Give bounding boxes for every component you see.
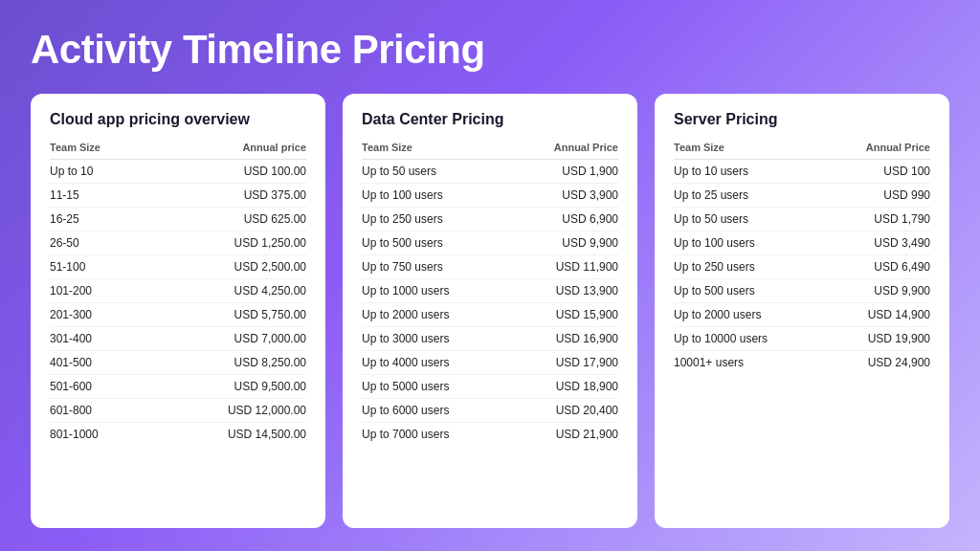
cards-row: Cloud app pricing overview Team Size Ann… — [31, 94, 949, 528]
size-cell: 401-500 — [50, 351, 150, 375]
size-cell: Up to 6000 users — [362, 399, 509, 423]
price-cell: USD 100 — [826, 160, 930, 184]
table-row: Up to 500 usersUSD 9,900 — [362, 231, 618, 255]
price-cell: USD 24,900 — [826, 351, 930, 375]
table-row: Up to 10 usersUSD 100 — [674, 160, 930, 184]
datacenter-pricing-table: Team Size Annual Price Up to 50 usersUSD… — [362, 138, 618, 446]
price-cell: USD 17,900 — [509, 351, 618, 375]
price-cell: USD 4,250.00 — [150, 279, 306, 303]
size-cell: Up to 5000 users — [362, 375, 509, 399]
table-row: Up to 2000 usersUSD 14,900 — [674, 303, 930, 327]
table-row: Up to 6000 usersUSD 20,400 — [362, 399, 618, 423]
datacenter-col-price: Annual Price — [509, 138, 618, 160]
price-cell: USD 990 — [826, 184, 930, 208]
size-cell: 801-1000 — [50, 423, 150, 447]
table-row: 16-25USD 625.00 — [50, 208, 306, 231]
price-cell: USD 9,500.00 — [150, 375, 306, 399]
price-cell: USD 1,790 — [826, 208, 930, 231]
price-cell: USD 15,900 — [509, 303, 618, 327]
price-cell: USD 16,900 — [509, 327, 618, 351]
size-cell: Up to 2000 users — [362, 303, 509, 327]
table-row: 51-100USD 2,500.00 — [50, 255, 306, 279]
size-cell: Up to 250 users — [362, 208, 509, 231]
server-col-price: Annual Price — [826, 138, 930, 160]
size-cell: 16-25 — [50, 208, 150, 231]
size-cell: 51-100 — [50, 255, 150, 279]
table-row: Up to 750 usersUSD 11,900 — [362, 255, 618, 279]
price-cell: USD 3,490 — [826, 231, 930, 255]
table-row: Up to 50 usersUSD 1,790 — [674, 208, 930, 231]
table-row: Up to 3000 usersUSD 16,900 — [362, 327, 618, 351]
size-cell: Up to 250 users — [674, 255, 826, 279]
table-row: Up to 250 usersUSD 6,490 — [674, 255, 930, 279]
cloud-col-size: Team Size — [50, 138, 150, 160]
table-row: Up to 2000 usersUSD 15,900 — [362, 303, 618, 327]
price-cell: USD 20,400 — [509, 399, 618, 423]
price-cell: USD 14,900 — [826, 303, 930, 327]
size-cell: Up to 500 users — [674, 279, 826, 303]
server-pricing-table: Team Size Annual Price Up to 10 usersUSD… — [674, 138, 930, 374]
table-row: Up to 25 usersUSD 990 — [674, 184, 930, 208]
price-cell: USD 1,900 — [509, 160, 618, 184]
price-cell: USD 21,900 — [509, 423, 618, 447]
table-row: Up to 5000 usersUSD 18,900 — [362, 375, 618, 399]
cloud-col-price: Annual price — [150, 138, 306, 160]
size-cell: Up to 7000 users — [362, 423, 509, 447]
table-row: 801-1000USD 14,500.00 — [50, 423, 306, 447]
size-cell: Up to 50 users — [362, 160, 509, 184]
size-cell: Up to 10 users — [674, 160, 826, 184]
price-cell: USD 12,000.00 — [150, 399, 306, 423]
price-cell: USD 8,250.00 — [150, 351, 306, 375]
price-cell: USD 3,900 — [509, 184, 618, 208]
table-row: Up to 500 usersUSD 9,900 — [674, 279, 930, 303]
server-col-size: Team Size — [674, 138, 826, 160]
table-row: Up to 250 usersUSD 6,900 — [362, 208, 618, 231]
table-row: 10001+ usersUSD 24,900 — [674, 351, 930, 375]
price-cell: USD 6,900 — [509, 208, 618, 231]
table-row: 26-50USD 1,250.00 — [50, 231, 306, 255]
cloud-card-title: Cloud app pricing overview — [50, 111, 306, 128]
price-cell: USD 375.00 — [150, 184, 306, 208]
table-row: Up to 10000 usersUSD 19,900 — [674, 327, 930, 351]
size-cell: 501-600 — [50, 375, 150, 399]
table-row: 401-500USD 8,250.00 — [50, 351, 306, 375]
table-row: Up to 100 usersUSD 3,490 — [674, 231, 930, 255]
size-cell: 10001+ users — [674, 351, 826, 375]
size-cell: Up to 3000 users — [362, 327, 509, 351]
price-cell: USD 100.00 — [150, 160, 306, 184]
table-row: 101-200USD 4,250.00 — [50, 279, 306, 303]
table-row: Up to 1000 usersUSD 13,900 — [362, 279, 618, 303]
table-row: 601-800USD 12,000.00 — [50, 399, 306, 423]
size-cell: 101-200 — [50, 279, 150, 303]
cloud-pricing-card: Cloud app pricing overview Team Size Ann… — [31, 94, 325, 528]
datacenter-pricing-card: Data Center Pricing Team Size Annual Pri… — [343, 94, 637, 528]
table-row: 501-600USD 9,500.00 — [50, 375, 306, 399]
price-cell: USD 19,900 — [826, 327, 930, 351]
price-cell: USD 9,900 — [509, 231, 618, 255]
table-row: Up to 7000 usersUSD 21,900 — [362, 423, 618, 447]
price-cell: USD 11,900 — [509, 255, 618, 279]
table-row: 11-15USD 375.00 — [50, 184, 306, 208]
price-cell: USD 2,500.00 — [150, 255, 306, 279]
size-cell: Up to 500 users — [362, 231, 509, 255]
size-cell: Up to 100 users — [674, 231, 826, 255]
table-row: 201-300USD 5,750.00 — [50, 303, 306, 327]
page-title: Activity Timeline Pricing — [31, 27, 949, 73]
datacenter-card-title: Data Center Pricing — [362, 111, 618, 128]
server-pricing-card: Server Pricing Team Size Annual Price Up… — [655, 94, 949, 528]
size-cell: Up to 2000 users — [674, 303, 826, 327]
cloud-pricing-table: Team Size Annual price Up to 10USD 100.0… — [50, 138, 306, 446]
table-row: Up to 4000 usersUSD 17,900 — [362, 351, 618, 375]
price-cell: USD 625.00 — [150, 208, 306, 231]
price-cell: USD 13,900 — [509, 279, 618, 303]
size-cell: Up to 50 users — [674, 208, 826, 231]
datacenter-col-size: Team Size — [362, 138, 509, 160]
size-cell: Up to 25 users — [674, 184, 826, 208]
price-cell: USD 5,750.00 — [150, 303, 306, 327]
size-cell: Up to 10000 users — [674, 327, 826, 351]
server-card-title: Server Pricing — [674, 111, 930, 128]
size-cell: Up to 100 users — [362, 184, 509, 208]
table-row: Up to 100 usersUSD 3,900 — [362, 184, 618, 208]
size-cell: 11-15 — [50, 184, 150, 208]
size-cell: 301-400 — [50, 327, 150, 351]
